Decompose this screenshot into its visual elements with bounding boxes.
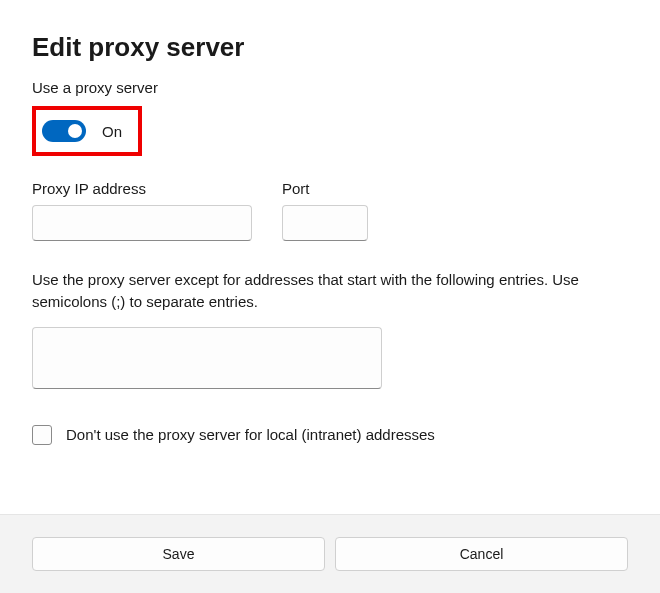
local-bypass-checkbox[interactable]	[32, 425, 52, 445]
toggle-state-label: On	[102, 123, 122, 140]
dialog-title: Edit proxy server	[32, 32, 628, 63]
ip-label: Proxy IP address	[32, 180, 252, 197]
dialog-footer: Save Cancel	[0, 514, 660, 593]
exceptions-input[interactable]	[32, 327, 382, 389]
proxy-toggle[interactable]	[42, 120, 86, 142]
port-label: Port	[282, 180, 368, 197]
edit-proxy-dialog: Edit proxy server Use a proxy server On …	[0, 0, 660, 445]
local-bypass-label: Don't use the proxy server for local (in…	[66, 426, 435, 443]
proxy-port-input[interactable]	[282, 205, 368, 241]
port-field-group: Port	[282, 180, 368, 241]
exceptions-description: Use the proxy server except for addresse…	[32, 269, 628, 313]
address-port-row: Proxy IP address Port	[32, 180, 628, 241]
use-proxy-label: Use a proxy server	[32, 79, 628, 96]
proxy-ip-input[interactable]	[32, 205, 252, 241]
toggle-knob-icon	[68, 124, 82, 138]
toggle-highlight-box: On	[32, 106, 142, 156]
ip-field-group: Proxy IP address	[32, 180, 252, 241]
cancel-button[interactable]: Cancel	[335, 537, 628, 571]
local-bypass-row: Don't use the proxy server for local (in…	[32, 425, 628, 445]
save-button[interactable]: Save	[32, 537, 325, 571]
